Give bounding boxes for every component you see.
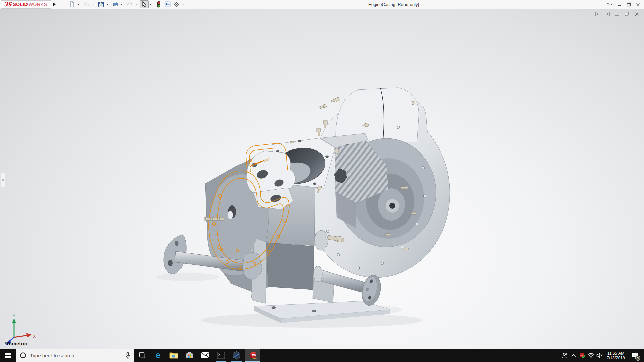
solidworks-logo-light: WORKS	[29, 2, 47, 7]
wifi-icon	[588, 353, 594, 358]
rebuild-traffic-light-icon	[156, 1, 161, 8]
base-hole	[312, 310, 317, 312]
task-view-icon	[139, 352, 146, 359]
save-button[interactable]	[96, 0, 105, 8]
restore-button[interactable]	[624, 0, 633, 9]
sw-year: 2017	[252, 357, 257, 360]
tray-overflow-button[interactable]	[569, 349, 578, 362]
action-center-button[interactable]: 3	[628, 349, 642, 362]
cortana-circle-icon	[20, 352, 26, 359]
engine-casing-model[interactable]: Y X	[0, 9, 644, 351]
mail-icon	[201, 352, 210, 359]
people-icon	[561, 352, 568, 358]
windows-logo-icon	[5, 353, 11, 358]
minimize-button[interactable]	[614, 0, 624, 9]
open-button[interactable]	[82, 0, 91, 8]
svg-text:e: e	[155, 351, 160, 360]
taskbar-item-task-view[interactable]	[134, 349, 150, 362]
title-bar: ЗS SOLIDWORKS	[0, 0, 644, 9]
print-dropdown[interactable]	[120, 0, 124, 8]
document-title: EngineCasing [Read-only]	[368, 0, 419, 9]
select-cursor-icon	[141, 1, 147, 7]
minimize-icon	[617, 3, 621, 7]
orientation-triad: Y X	[6, 314, 36, 344]
gear-icon	[173, 1, 180, 8]
edge-icon: e	[153, 351, 163, 360]
taskbar-item-mail[interactable]	[197, 349, 213, 362]
taskbar-item-solidworks[interactable]: SW 2017	[245, 349, 260, 362]
microphone-icon[interactable]	[125, 352, 130, 359]
print-button[interactable]	[111, 0, 120, 8]
help-label: ?	[607, 2, 610, 7]
restore-icon	[627, 2, 631, 7]
taskbar-item-edge[interactable]: e	[150, 349, 166, 362]
help-dropdown-icon	[610, 4, 612, 5]
windows-taskbar: Type here to search e SW 2017	[0, 349, 644, 362]
taskbar-item-composer[interactable]	[229, 349, 245, 362]
command-prompt-icon	[217, 352, 225, 359]
triad-y-label: Y	[13, 314, 15, 318]
select-tool-button[interactable]	[140, 0, 149, 8]
taskbar-item-store[interactable]	[181, 349, 197, 362]
flyout-arrow-icon	[53, 3, 56, 6]
taskbar-item-file-explorer[interactable]	[166, 349, 181, 362]
clock-time: 11:55 AM	[604, 351, 628, 356]
new-document-button[interactable]	[67, 0, 76, 8]
view-orientation-label: *Dimetric	[5, 341, 28, 346]
chevron-up-icon	[571, 354, 576, 357]
search-placeholder: Type here to search	[30, 353, 122, 358]
notification-badge: 3	[635, 356, 640, 361]
sw-resource-monitor-icon: sw	[579, 352, 585, 358]
triad-x-label: X	[33, 334, 36, 339]
new-document-icon	[69, 1, 75, 7]
network-button[interactable]	[587, 349, 595, 362]
composer-hexagon-icon	[232, 351, 241, 360]
options-dropdown[interactable]	[181, 0, 185, 8]
quick-access-toolbar	[67, 0, 186, 9]
base-hole	[272, 306, 276, 309]
window-controls: ?	[605, 0, 643, 9]
file-explorer-icon	[169, 352, 178, 359]
solidworks-logo-bold: SOLID	[13, 2, 28, 7]
taskbar-clock[interactable]: 11:55 AM 7/13/2018	[604, 351, 628, 360]
display-pane-button[interactable]	[163, 0, 172, 8]
save-dropdown[interactable]	[105, 0, 109, 8]
svg-text:sw: sw	[580, 354, 584, 356]
select-tool-dropdown[interactable]	[149, 0, 153, 8]
new-document-dropdown[interactable]	[76, 0, 80, 8]
store-icon	[185, 351, 194, 359]
taskbar-search-box[interactable]: Type here to search	[16, 349, 134, 362]
speaker-muted-icon	[596, 353, 603, 358]
clock-date: 7/13/2018	[604, 356, 628, 360]
solidworks-logo-mark: ЗS	[3, 1, 12, 8]
help-button[interactable]: ?	[605, 0, 614, 9]
volume-button[interactable]	[595, 349, 604, 362]
sw-letters: SW	[251, 354, 256, 357]
rebuild-button[interactable]	[154, 0, 163, 8]
center-bore-hole	[389, 203, 395, 209]
solidworks-monitor-tray[interactable]: sw	[578, 349, 587, 362]
close-button[interactable]	[633, 0, 643, 9]
graphics-area[interactable]: Y X *Dimetric	[0, 9, 644, 351]
undo-button[interactable]	[125, 0, 134, 8]
people-button[interactable]	[560, 349, 569, 362]
menu-flyout-button[interactable]	[51, 0, 58, 9]
undo-dropdown[interactable]	[134, 0, 138, 8]
open-dropdown[interactable]	[91, 0, 95, 8]
print-icon	[112, 1, 118, 7]
solidworks-2017-icon: SW 2017	[248, 350, 258, 360]
start-button[interactable]	[0, 349, 16, 362]
options-button[interactable]	[172, 0, 181, 8]
close-icon	[636, 3, 640, 7]
open-folder-icon	[84, 1, 90, 7]
display-pane-icon	[165, 1, 171, 7]
system-tray: sw 11:55 AM 7/13/2018 3	[560, 349, 644, 362]
save-icon	[98, 1, 104, 7]
undo-icon	[127, 1, 133, 7]
taskbar-item-command-prompt[interactable]	[213, 349, 229, 362]
solidworks-logo[interactable]: ЗS SOLIDWORKS	[1, 0, 51, 9]
block-lower-face	[266, 243, 314, 290]
